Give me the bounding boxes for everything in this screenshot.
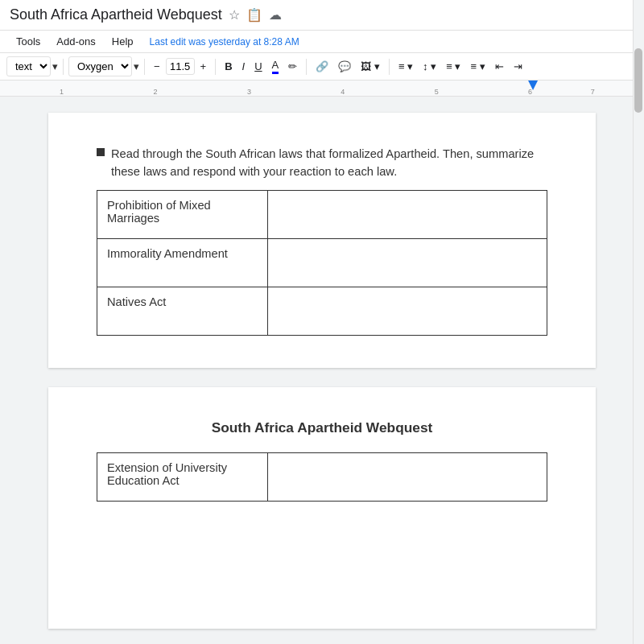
highlight-button[interactable]: ✏: [284, 58, 301, 75]
law-name-1: Prohibition of Mixed Marriages: [107, 199, 211, 225]
menu-addons[interactable]: Add-ons: [50, 32, 101, 51]
ruler-mark-3: 3: [247, 88, 251, 96]
law-name-p2-1: Extension of University Education Act: [107, 461, 227, 487]
ruler-mark-4: 4: [341, 88, 345, 96]
text-color-button[interactable]: A: [268, 56, 283, 76]
bullet-marker: [97, 148, 105, 156]
line-spacing-button[interactable]: ↕ ▾: [419, 58, 440, 75]
text-color-label: A: [272, 59, 279, 74]
table-cell-law-2[interactable]: Immorality Amendment: [97, 239, 268, 287]
table-cell-response-1[interactable]: [268, 191, 547, 239]
title-bar: South Africa Apartheid Webquest ☆ 📋 ☁: [0, 0, 644, 31]
link-button[interactable]: 🔗: [312, 58, 332, 75]
font-size-group: − +: [150, 58, 210, 75]
toolbar: text ▾ Oxygen ▾ − + B I U A ✏ 🔗 💬 🖼 ▾ ≡ …: [0, 53, 644, 80]
star-icon[interactable]: ☆: [229, 7, 240, 23]
scrollbar-thumb[interactable]: [634, 48, 642, 113]
scrollbar-track: [633, 0, 644, 644]
separator-4: [306, 59, 307, 75]
menu-help[interactable]: Help: [105, 32, 140, 51]
law-name-2: Immorality Amendment: [107, 247, 228, 260]
italic-button[interactable]: I: [238, 58, 250, 75]
laws-table-page1: Prohibition of Mixed Marriages Immoralit…: [97, 190, 547, 336]
font-size-input[interactable]: [166, 58, 195, 75]
separator-3: [215, 59, 216, 75]
document-title: South Africa Apartheid Webquest: [10, 6, 222, 23]
underline-button[interactable]: U: [250, 58, 266, 75]
table-row-3: Natives Act: [97, 287, 547, 336]
page-1: Read through the South African laws that…: [48, 113, 596, 368]
law-name-3: Natives Act: [107, 295, 166, 308]
table-row-1: Prohibition of Mixed Marriages: [97, 191, 547, 239]
title-icons: ☆ 📋 ☁: [229, 7, 282, 23]
ruler: 1 2 3 4 5 6 7: [0, 80, 644, 97]
cloud-icon[interactable]: ☁: [269, 7, 282, 23]
table-row-2: Immorality Amendment: [97, 239, 547, 287]
bold-button[interactable]: B: [221, 58, 236, 75]
font-dropdown-arrow: ▾: [134, 60, 139, 72]
menu-bar: Tools Add-ons Help Last edit was yesterd…: [0, 31, 644, 53]
page2-title: South Africa Apartheid Webquest: [97, 419, 547, 436]
indent-increase-button[interactable]: ⇥: [510, 58, 526, 75]
table-cell-response-3[interactable]: [268, 287, 547, 336]
laws-table-page2: Extension of University Education Act: [97, 452, 547, 502]
last-edit-info[interactable]: Last edit was yesterday at 8:28 AM: [150, 36, 299, 47]
table-cell-response-2[interactable]: [268, 239, 547, 287]
table-cell-law-1[interactable]: Prohibition of Mixed Marriages: [97, 191, 268, 239]
decrease-font-button[interactable]: −: [150, 58, 164, 75]
image-button[interactable]: 🖼 ▾: [357, 58, 384, 75]
page-2: South Africa Apartheid Webquest Extensio…: [48, 387, 596, 629]
list-numbered-button[interactable]: ≡ ▾: [442, 58, 464, 75]
versions-icon[interactable]: 📋: [246, 7, 262, 23]
increase-font-button[interactable]: +: [196, 58, 211, 75]
style-group: text ▾: [6, 56, 58, 76]
table-cell-law-p2-1[interactable]: Extension of University Education Act: [97, 453, 268, 502]
font-group: Oxygen ▾: [68, 56, 139, 76]
list-bullet-button[interactable]: ≡ ▾: [466, 58, 489, 75]
comment-button[interactable]: 💬: [334, 58, 355, 75]
font-dropdown[interactable]: Oxygen: [68, 56, 132, 76]
separator-5: [389, 59, 390, 75]
ruler-mark-6: 6: [528, 88, 532, 96]
insert-group: 🔗 💬 🖼 ▾: [312, 58, 384, 75]
ruler-mark-2: 2: [153, 88, 157, 96]
bullet-text: Read through the South African laws that…: [111, 145, 547, 180]
bullet-item-1: Read through the South African laws that…: [97, 145, 547, 180]
separator-2: [144, 59, 145, 75]
style-dropdown[interactable]: text: [6, 56, 51, 76]
document-area: Read through the South African laws that…: [0, 97, 644, 644]
table-cell-law-3[interactable]: Natives Act: [97, 287, 268, 336]
format-group: B I U A ✏: [221, 56, 301, 76]
separator-1: [63, 59, 64, 75]
menu-tools[interactable]: Tools: [10, 32, 47, 51]
table-cell-response-p2-1[interactable]: [268, 453, 547, 502]
ruler-mark-1: 1: [60, 88, 64, 96]
align-button[interactable]: ≡ ▾: [394, 58, 417, 75]
indent-decrease-button[interactable]: ⇤: [491, 58, 508, 75]
ruler-inner: 1 2 3 4 5 6 7: [10, 80, 634, 96]
style-dropdown-arrow: ▾: [52, 60, 58, 72]
align-group: ≡ ▾ ↕ ▾ ≡ ▾ ≡ ▾ ⇤ ⇥: [394, 58, 526, 75]
table-row-p2-1: Extension of University Education Act: [97, 453, 547, 502]
ruler-mark-7: 7: [591, 88, 595, 96]
ruler-mark-5: 5: [435, 88, 439, 96]
